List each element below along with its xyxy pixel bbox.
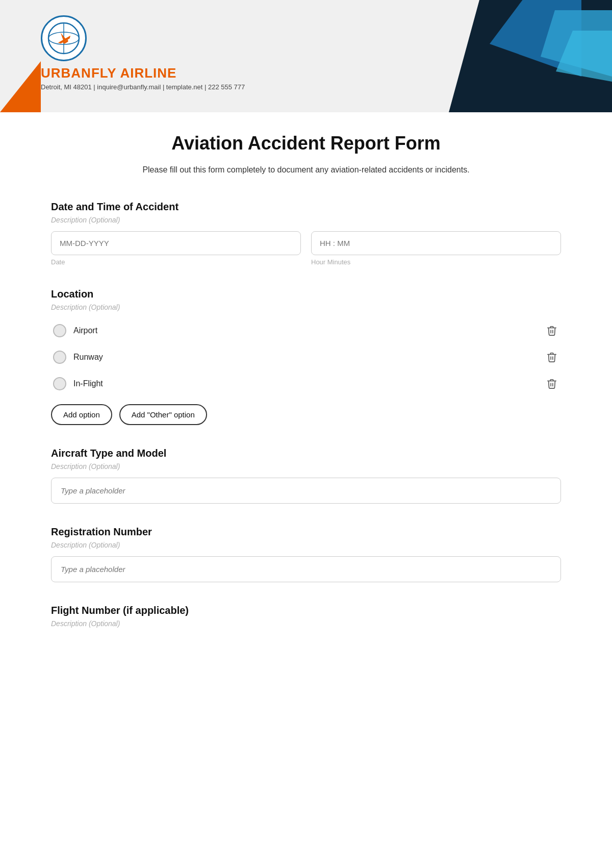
section-date-time-title: Date and Time of Accident: [51, 201, 561, 213]
add-other-option-button[interactable]: Add "Other" option: [119, 404, 207, 425]
radio-option-runway: Runway: [51, 345, 561, 369]
radio-option-airport: Airport: [51, 318, 561, 343]
section-aircraft-type: Aircraft Type and Model Description (Opt…: [51, 448, 561, 504]
section-registration-desc: Description (Optional): [51, 541, 561, 549]
date-input[interactable]: [51, 231, 301, 255]
section-flight-desc: Description (Optional): [51, 619, 561, 628]
time-col: Hour Minutes: [311, 231, 561, 266]
radio-label-airport: Airport: [73, 326, 97, 335]
radio-left-airport: Airport: [53, 324, 97, 337]
time-label: Hour Minutes: [311, 258, 561, 266]
logo-svg: [46, 20, 82, 56]
radio-circle-runway[interactable]: [53, 351, 66, 364]
header-logo-area: URBANFLY AIRLINE Detroit, MI 48201 | inq…: [41, 15, 245, 91]
registration-input[interactable]: [51, 556, 561, 582]
page: URBANFLY AIRLINE Detroit, MI 48201 | inq…: [0, 0, 612, 868]
aircraft-type-input[interactable]: [51, 478, 561, 504]
section-flight-number: Flight Number (if applicable) Descriptio…: [51, 605, 561, 628]
section-date-time: Date and Time of Accident Description (O…: [51, 201, 561, 266]
section-location: Location Description (Optional) Airport: [51, 288, 561, 425]
date-time-row: Date Hour Minutes: [51, 231, 561, 266]
date-label: Date: [51, 258, 301, 266]
radio-left-runway: Runway: [53, 351, 103, 364]
radio-left-inflight: In-Flight: [53, 377, 103, 390]
time-input[interactable]: [311, 231, 561, 255]
section-location-title: Location: [51, 288, 561, 300]
header: URBANFLY AIRLINE Detroit, MI 48201 | inq…: [0, 0, 612, 112]
delete-icon-runway[interactable]: [545, 350, 559, 364]
radio-circle-airport[interactable]: [53, 324, 66, 337]
form-title: Aviation Accident Report Form: [51, 133, 561, 154]
brand-info: Detroit, MI 48201 | inquire@urbanfly.mai…: [41, 83, 245, 91]
section-flight-title: Flight Number (if applicable): [51, 605, 561, 616]
section-aircraft-title: Aircraft Type and Model: [51, 448, 561, 459]
section-registration: Registration Number Description (Optiona…: [51, 526, 561, 582]
location-btn-row: Add option Add "Other" option: [51, 404, 561, 425]
add-option-button[interactable]: Add option: [51, 404, 112, 425]
section-date-time-desc: Description (Optional): [51, 216, 561, 224]
section-aircraft-desc: Description (Optional): [51, 462, 561, 470]
section-registration-title: Registration Number: [51, 526, 561, 538]
radio-label-runway: Runway: [73, 353, 103, 362]
delete-icon-inflight[interactable]: [545, 377, 559, 391]
date-col: Date: [51, 231, 301, 266]
shape-orange: [0, 61, 41, 112]
main-content: Aviation Accident Report Form Please fil…: [0, 112, 612, 671]
section-location-desc: Description (Optional): [51, 303, 561, 311]
radio-label-inflight: In-Flight: [73, 379, 103, 388]
logo-circle: [41, 15, 87, 61]
form-subtitle: Please fill out this form completely to …: [51, 163, 561, 177]
radio-option-inflight: In-Flight: [51, 371, 561, 396]
brand-name: URBANFLY AIRLINE: [41, 65, 176, 81]
radio-circle-inflight[interactable]: [53, 377, 66, 390]
delete-icon-airport[interactable]: [545, 324, 559, 338]
